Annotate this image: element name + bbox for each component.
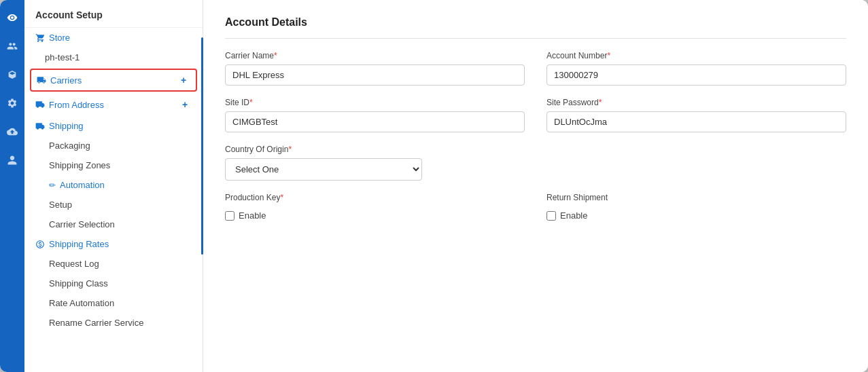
return-shipment-enable-label: Enable: [560, 210, 587, 221]
sidebar-item-request-log[interactable]: Request Log: [24, 254, 203, 274]
sidebar-rate-automation-label: Rate Automation: [49, 298, 114, 308]
return-shipment-enable-row: Enable: [546, 210, 846, 221]
return-shipment-label: Return Shipment: [546, 193, 846, 202]
from-address-add-button[interactable]: +: [178, 98, 192, 111]
site-id-label: Site ID*: [225, 98, 525, 107]
sidebar-carriers-label: Carriers: [50, 75, 82, 86]
sidebar-header: Account Setup: [24, 0, 203, 28]
sidebar: Account Setup Store ph-test-1 Carriers +: [24, 0, 203, 372]
production-key-group: Production Key* Enable: [225, 193, 525, 221]
sidebar-item-setup[interactable]: Setup: [24, 195, 203, 215]
sidebar-item-shipping-class[interactable]: Shipping Class: [24, 274, 203, 293]
account-number-label: Account Number*: [546, 51, 846, 60]
production-key-enable-label: Enable: [239, 210, 266, 221]
sidebar-shipping-rates-label: Shipping Rates: [49, 239, 109, 249]
carrier-name-label: Carrier Name*: [225, 51, 525, 60]
box-icon-btn[interactable]: [3, 65, 22, 84]
sidebar-automation-label: Automation: [60, 180, 105, 190]
sidebar-packaging-label: Packaging: [49, 141, 90, 151]
carrier-name-input[interactable]: [225, 64, 525, 86]
site-id-input[interactable]: [225, 111, 525, 132]
sidebar-item-store[interactable]: Store: [24, 28, 203, 48]
sidebar-request-log-label: Request Log: [49, 259, 99, 269]
carriers-add-button[interactable]: +: [177, 73, 190, 87]
sidebar-item-rate-automation[interactable]: Rate Automation: [24, 293, 203, 313]
sidebar-item-carrier-selection[interactable]: Carrier Selection: [24, 215, 203, 234]
sidebar-item-carriers[interactable]: Carriers +: [31, 70, 196, 90]
settings-icon-btn[interactable]: [3, 94, 22, 113]
form-row-4: Production Key* Enable Return Shipment E…: [225, 193, 846, 221]
sidebar-setup-label: Setup: [49, 200, 72, 210]
sidebar-item-rename-carrier[interactable]: Rename Carrier Service: [24, 313, 203, 333]
sidebar-store-label: Store: [49, 33, 70, 43]
sidebar-item-packaging[interactable]: Packaging: [24, 136, 203, 155]
sidebar-rename-carrier-label: Rename Carrier Service: [49, 318, 143, 328]
sidebar-shipping-zones-label: Shipping Zones: [49, 160, 110, 170]
site-password-label: Site Password*: [546, 98, 846, 107]
sidebar-ph-test-1-label: ph-test-1: [45, 52, 80, 62]
eye-icon-btn[interactable]: [3, 8, 22, 27]
account-number-group: Account Number*: [546, 51, 846, 86]
person-icon-btn[interactable]: [3, 151, 22, 170]
production-key-checkbox[interactable]: [225, 211, 235, 221]
sidebar-shipping-class-label: Shipping Class: [49, 278, 108, 289]
form-row-3: Country Of Origin* Select One: [225, 145, 846, 181]
main-content: Account Details Carrier Name* Account Nu…: [203, 0, 868, 372]
sidebar-from-address-label: From Address: [49, 100, 104, 110]
sidebar-carrier-selection-label: Carrier Selection: [49, 219, 115, 229]
return-shipment-group: Return Shipment Enable: [546, 193, 846, 221]
sidebar-item-shipping[interactable]: Shipping: [24, 116, 203, 136]
carrier-name-group: Carrier Name*: [225, 51, 525, 86]
sidebar-item-automation[interactable]: ✏ Automation: [24, 175, 203, 195]
site-id-group: Site ID*: [225, 98, 525, 132]
form-row-2: Site ID* Site Password*: [225, 98, 846, 132]
site-password-group: Site Password*: [546, 98, 846, 132]
icon-bar: [0, 0, 24, 372]
sidebar-item-ph-test-1[interactable]: ph-test-1: [24, 48, 203, 67]
country-of-origin-group: Country Of Origin* Select One: [225, 145, 422, 181]
sidebar-item-shipping-zones[interactable]: Shipping Zones: [24, 155, 203, 175]
sidebar-item-shipping-rates[interactable]: Shipping Rates: [24, 234, 203, 254]
return-shipment-checkbox[interactable]: [546, 211, 556, 221]
upload-icon-btn[interactable]: [3, 122, 22, 141]
production-key-enable-row: Enable: [225, 210, 525, 221]
page-title: Account Details: [225, 16, 846, 39]
form-row-1: Carrier Name* Account Number*: [225, 51, 846, 86]
sidebar-shipping-label: Shipping: [49, 121, 84, 131]
country-of-origin-label: Country Of Origin*: [225, 145, 422, 154]
country-of-origin-select[interactable]: Select One: [225, 158, 422, 181]
user-group-icon-btn[interactable]: [3, 37, 22, 56]
sidebar-scrollbar: [201, 37, 203, 255]
sidebar-item-from-address[interactable]: From Address +: [24, 93, 203, 116]
site-password-input[interactable]: [546, 111, 846, 132]
production-key-label: Production Key*: [225, 193, 525, 202]
account-number-input[interactable]: [546, 64, 846, 86]
